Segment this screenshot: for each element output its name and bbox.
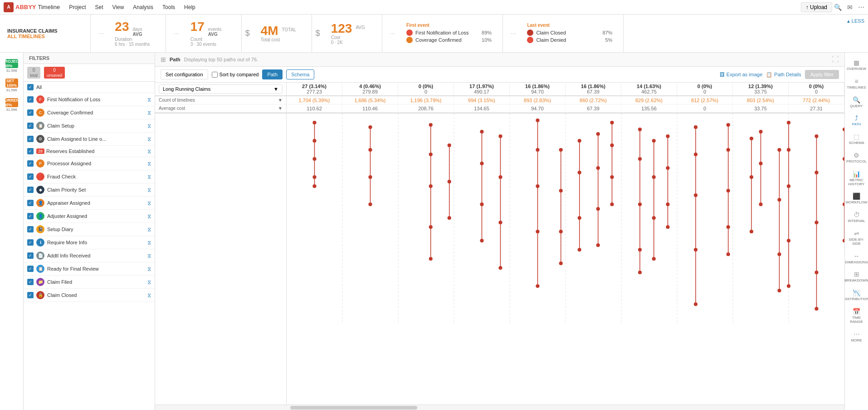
right-nav-workflow[interactable]: ⬛ WORKFLOW [845,190,868,207]
menu-analysis[interactable]: Analysis [129,2,157,12]
search-icon[interactable]: 🔍 [834,4,842,11]
less-button[interactable]: ▲ LESS [846,18,864,24]
filter-item-9[interactable]: 👤 Appraiser Assigned ⧖ [24,197,155,210]
path-expand-icon[interactable]: ⛶ [832,55,839,64]
filter-check-4[interactable] [27,136,34,142]
filter-funnel-14[interactable]: ⧖ [147,266,151,272]
right-nav-side-by-side[interactable]: ⇌ SIDE-BY-SIDE [845,227,868,249]
svg-point-25 [429,257,433,261]
right-nav-breakdown[interactable]: ⊞ BREAKDOWN [845,268,868,286]
nav-current[interactable]: CURRENT100% 31,596 [0,95,23,115]
right-nav-query[interactable]: 🔍 QUERY [845,94,868,111]
filter-check-1[interactable] [27,96,34,103]
sort-by-compared-checkbox[interactable] [212,72,218,78]
filter-item-8[interactable]: ◆ Claim Priority Set ⧖ [24,183,155,197]
filter-item-3[interactable]: 📋 Claim Setup ⧖ [24,119,155,133]
filter-funnel-8[interactable]: ⧖ [147,187,151,193]
menu-set[interactable]: Set [92,2,107,12]
tab-path-button[interactable]: Path [262,69,283,79]
filter-check-16[interactable] [27,292,34,298]
avg-section: 123 AVG Cost 0 · 2K [324,19,378,49]
mail-icon[interactable]: ✉ [847,4,853,11]
filter-check-6[interactable] [27,160,34,167]
svg-point-19 [368,203,372,206]
filter-all[interactable]: All [24,82,155,93]
metric-dropdown-2[interactable]: ▼ [278,106,283,111]
filter-item-12[interactable]: ℹ Require More Info ⧖ [24,236,155,249]
filter-check-13[interactable] [27,252,34,259]
filter-item-16[interactable]: 🔒 Claim Closed ⧖ [24,289,155,302]
filter-item-1[interactable]: F First Notification of Loss ⧖ [24,93,155,106]
upload-button[interactable]: ↑ Upload [801,2,832,12]
filter-item-5[interactable]: 28 Reserves Established ⧖ [24,146,155,157]
filter-funnel-16[interactable]: ⧖ [147,292,151,298]
nav-project[interactable]: PROJECT100% 31,596 [0,56,23,76]
filter-funnel-2[interactable]: ⧖ [147,109,151,116]
filter-name-9: Appraiser Assigned [47,200,147,206]
metric-dropdown-1[interactable]: ▼ [278,98,283,103]
right-nav-dimensions[interactable]: ↔ DIMENSIONS [845,250,868,267]
menu-tools[interactable]: Tools [159,2,179,12]
filter-funnel-3[interactable]: ⧖ [147,123,151,129]
path-details-link[interactable]: 📋 Path Details [766,72,801,78]
right-nav-schema[interactable]: ⬚ SCHEMA [845,130,868,148]
more-icon[interactable]: ⋯ [858,4,864,11]
filter-check-7[interactable] [27,173,34,180]
filter-funnel-11[interactable]: ⧖ [147,226,151,232]
filter-funnel-15[interactable]: ⧖ [147,279,151,285]
menu-view[interactable]: View [109,2,128,12]
filter-check-12[interactable] [27,239,34,246]
set-config-button[interactable]: Set configuration [161,69,208,79]
filter-item-13[interactable]: 📄 Addtl Info Received ⧖ [24,249,155,262]
menu-help[interactable]: Help [180,2,199,12]
filter-funnel-5[interactable]: ⧖ [147,148,151,154]
filter-item-6[interactable]: P Processor Assigned ⧖ [24,157,155,170]
horizontal-scrollbar[interactable] [155,405,844,410]
scroll-thumb[interactable] [290,406,417,410]
filter-funnel-10[interactable]: ⧖ [147,213,151,219]
metric-label-text-1: Count of timelines [159,98,195,103]
filter-funnel-12[interactable]: ⧖ [147,239,151,246]
nav-set[interactable]: SET100% 31,596 [0,76,23,95]
filter-item-7[interactable]: 🚫 Fraud Check ⧖ [24,170,155,183]
menu-project[interactable]: Project [65,2,89,12]
export-image-link[interactable]: 🖼 Export as image [720,72,762,77]
filter-check-2[interactable] [27,109,34,116]
apply-filter-button[interactable]: Apply filter [805,70,839,79]
selector-button[interactable]: Long Running Claims ▼ [159,84,283,94]
filter-check-5[interactable] [27,148,34,154]
right-nav-more[interactable]: ⋯ MORE [845,328,868,346]
filter-check-all[interactable] [27,84,34,90]
filter-item-4[interactable]: ⚙ Claim Assigned to Line o... ⧖ [24,133,155,146]
filter-item-14[interactable]: 📋 Ready for Final Review ⧖ [24,262,155,276]
right-nav-time-range[interactable]: 📅 TIME RANGE [845,305,868,327]
filter-check-8[interactable] [27,187,34,193]
right-nav-interval[interactable]: ⏱ INTERVAL [845,208,868,226]
filter-check-11[interactable] [27,226,34,232]
filter-funnel-7[interactable]: ⧖ [147,173,151,180]
filter-check-9[interactable] [27,200,34,206]
filter-item-10[interactable]: 👤 Adjuster Assigned ⧖ [24,210,155,223]
right-nav-overview[interactable]: ▦ OVERVIEW [845,56,868,74]
filter-funnel-9[interactable]: ⧖ [147,200,151,206]
filter-check-15[interactable] [27,279,34,285]
right-nav-timelines[interactable]: ≡ TIMELINES [845,75,868,93]
filter-check-14[interactable] [27,266,34,272]
filter-item-2[interactable]: C Coverage Confirmed ⧖ [24,106,155,119]
time-range-icon: 📅 [853,308,860,315]
metric-vals-1: 1,704 (5.39%)1,686 (5.34%)1,196 (3.79%)9… [287,97,844,104]
filter-item-11[interactable]: 📓 Setup Diary ⧖ [24,223,155,236]
right-nav-path[interactable]: ⤴ PATH [845,112,868,129]
filter-check-3[interactable] [27,123,34,129]
filter-funnel-4[interactable]: ⧖ [147,136,151,142]
right-nav-metric-history[interactable]: 📊 METRIC HISTORY [845,168,868,189]
filter-funnel-6[interactable]: ⧖ [147,160,151,167]
chart-scroll[interactable] [155,114,844,405]
filter-check-10[interactable] [27,213,34,219]
right-nav-distribution[interactable]: 📉 DISTRIBUTION [845,287,868,304]
right-nav-protocol[interactable]: ⚙ PROTOCOL [845,149,868,167]
filter-funnel-13[interactable]: ⧖ [147,252,151,259]
tab-schema-button[interactable]: Schema [286,69,314,79]
filter-item-15[interactable]: 📁 Claim Filed ⧖ [24,276,155,289]
filter-funnel-1[interactable]: ⧖ [147,96,151,103]
